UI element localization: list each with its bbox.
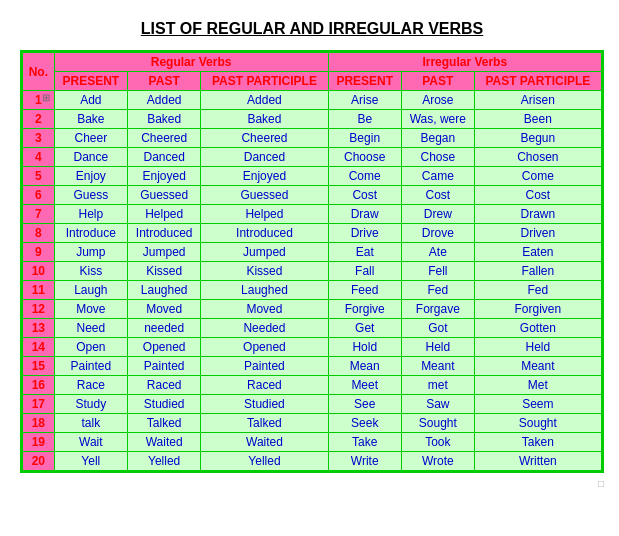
table-row: 16RaceRacedRacedMeetmetMet [23, 376, 602, 395]
cell: Meant [401, 357, 474, 376]
cell: Fell [401, 262, 474, 281]
table-row: 9JumpJumpedJumpedEatAteEaten [23, 243, 602, 262]
cell: Moved [201, 300, 328, 319]
no-header: No. [23, 53, 55, 91]
table-row: 18talkTalkedTalkedSeekSoughtSought [23, 414, 602, 433]
cell: Need [54, 319, 127, 338]
cell: Guess [54, 186, 127, 205]
cell: Took [401, 433, 474, 452]
cell: Painted [54, 357, 127, 376]
cell: Cheer [54, 129, 127, 148]
cell: Meant [474, 357, 601, 376]
table-wrapper: No. Regular Verbs Irregular Verbs PRESEN… [20, 50, 604, 473]
cell: Enjoyed [201, 167, 328, 186]
cell: Get [328, 319, 401, 338]
cell: Chose [401, 148, 474, 167]
table-row: 17StudyStudiedStudiedSeeSawSeem [23, 395, 602, 414]
cell: Raced [201, 376, 328, 395]
cell: Feed [328, 281, 401, 300]
row-number: 10 [23, 262, 55, 281]
cell: Sought [401, 414, 474, 433]
row-number: 17 [23, 395, 55, 414]
cell: Cost [401, 186, 474, 205]
cell: Arisen [474, 91, 601, 110]
cell: Met [474, 376, 601, 395]
cell: Arise [328, 91, 401, 110]
cell: Talked [127, 414, 200, 433]
regular-header: Regular Verbs [54, 53, 328, 72]
cell: Cost [474, 186, 601, 205]
cell: Danced [201, 148, 328, 167]
cell: Gotten [474, 319, 601, 338]
cell: Taken [474, 433, 601, 452]
cell: Waited [201, 433, 328, 452]
cell: Seek [328, 414, 401, 433]
cell: Opened [127, 338, 200, 357]
row-number: 2 [23, 110, 55, 129]
cell: Ate [401, 243, 474, 262]
irr-present-header: PRESENT [328, 72, 401, 91]
cell: Kissed [127, 262, 200, 281]
cell: See [328, 395, 401, 414]
row-number: 6 [23, 186, 55, 205]
cell: Introduced [201, 224, 328, 243]
reg-pp-header: PAST PARTICIPLE [201, 72, 328, 91]
cell: Moved [127, 300, 200, 319]
cell: Draw [328, 205, 401, 224]
add-icon[interactable]: ⊞ [42, 92, 50, 103]
cell: Yelled [201, 452, 328, 471]
cell: Enjoy [54, 167, 127, 186]
cell: Written [474, 452, 601, 471]
cell: Introduced [127, 224, 200, 243]
table-row: 14OpenOpenedOpenedHoldHeldHeld [23, 338, 602, 357]
row-number: 16 [23, 376, 55, 395]
cell: Fed [401, 281, 474, 300]
cell: Enjoyed [127, 167, 200, 186]
cell: Kissed [201, 262, 328, 281]
cell: Been [474, 110, 601, 129]
cell: Seem [474, 395, 601, 414]
irregular-header: Irregular Verbs [328, 53, 601, 72]
cell: Choose [328, 148, 401, 167]
cell: Chosen [474, 148, 601, 167]
cell: Guessed [127, 186, 200, 205]
irr-pp-header: PAST PARTICIPLE [474, 72, 601, 91]
row-number: 7 [23, 205, 55, 224]
cell: Raced [127, 376, 200, 395]
cell: Waited [127, 433, 200, 452]
cell: Forgive [328, 300, 401, 319]
cell: Wrote [401, 452, 474, 471]
row-number: 5 [23, 167, 55, 186]
cell: Begin [328, 129, 401, 148]
cell: Opened [201, 338, 328, 357]
row-number: 19 [23, 433, 55, 452]
table-row: 11LaughLaughedLaughedFeedFedFed [23, 281, 602, 300]
cell: Studied [201, 395, 328, 414]
cell: Kiss [54, 262, 127, 281]
table-row: 10KissKissedKissedFallFellFallen [23, 262, 602, 281]
cell: Race [54, 376, 127, 395]
table-row: 5EnjoyEnjoyedEnjoyedComeCameCome [23, 167, 602, 186]
cell: Write [328, 452, 401, 471]
cell: Added [127, 91, 200, 110]
cell: Yell [54, 452, 127, 471]
cell: Mean [328, 357, 401, 376]
row-number: 20 [23, 452, 55, 471]
table-row: 8IntroduceIntroducedIntroducedDriveDrove… [23, 224, 602, 243]
cell: Was, were [401, 110, 474, 129]
irr-past-header: PAST [401, 72, 474, 91]
cell: needed [127, 319, 200, 338]
cell: Began [401, 129, 474, 148]
table-row: 6GuessGuessedGuessedCostCostCost [23, 186, 602, 205]
cell: Saw [401, 395, 474, 414]
row-number: 12 [23, 300, 55, 319]
table-row: 20YellYelledYelledWriteWroteWritten [23, 452, 602, 471]
cell: Held [474, 338, 601, 357]
cell: Hold [328, 338, 401, 357]
cell: Help [54, 205, 127, 224]
cell: Take [328, 433, 401, 452]
cell: Cheered [127, 129, 200, 148]
table-row: 1AddAddedAddedAriseAroseArisen [23, 91, 602, 110]
cell: Held [401, 338, 474, 357]
verbs-table: No. Regular Verbs Irregular Verbs PRESEN… [22, 52, 602, 471]
